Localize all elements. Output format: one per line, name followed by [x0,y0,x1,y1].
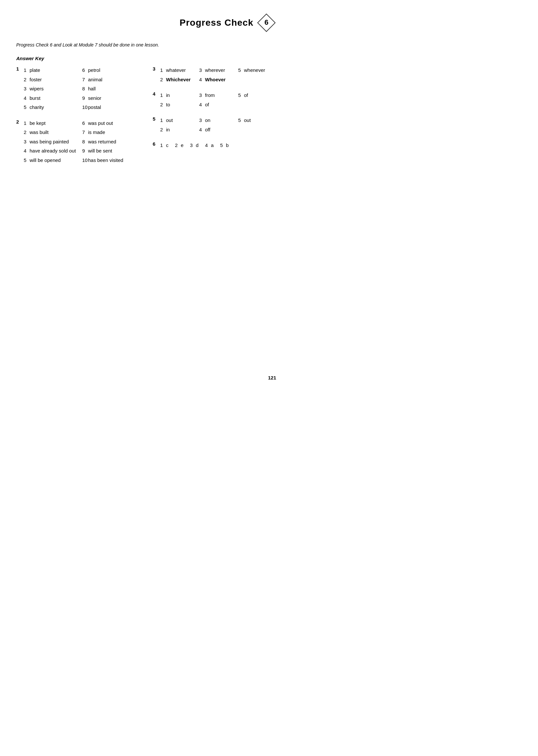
list-item: 8 hall [82,85,141,93]
item-num: 4 [205,141,211,150]
intro-text: Progress Check 6 and Look at Module 7 sh… [16,42,276,47]
list-item: 2 was built [24,128,82,137]
item-text: plate [29,66,40,75]
section-6-content: 1 c 2 e 3 d 4 a 5 b [160,141,229,151]
item-num: 5 [238,91,244,99]
item-num: 3 [199,116,205,125]
item-text: have already sold out [29,147,76,155]
item-num: 2 [160,126,166,134]
list-item: 5 charity [24,103,82,111]
item-text: a [211,141,213,150]
item-text: hall [88,85,95,93]
header: Progress Check 6 [16,13,276,32]
item-num: 4 [199,100,205,109]
section-5-col3: 5 out [238,116,264,135]
page-number: 121 [268,375,276,380]
list-item: 9 senior [82,94,141,102]
section-2-content: 1 be kept 2 was built 3 was being painte… [24,119,141,165]
item-num: 3 [199,66,205,75]
section-1-number: 1 [16,66,22,112]
section-3-col3: 5 whenever [238,66,265,85]
item-num: 7 [82,76,88,84]
list-item: 3 wherever [199,66,238,75]
list-item: 5 whenever [238,66,265,75]
answer-key-title: Answer Key [16,56,276,61]
section-4-content: 1 in 2 to 3 from 4 of [160,91,264,109]
list-item: 10 postal [82,103,141,111]
item-num: 8 [82,138,88,146]
page-title: Progress Check [180,18,253,28]
list-item: 4 off [199,126,238,134]
section-1: 1 1 plate 2 foster 3 wipers [16,66,153,112]
section-3: 3 1 whatever 2 Whichever 3 wherever [153,66,293,85]
item-text: on [205,116,210,125]
badge: 6 [257,13,276,32]
section-1-content: 1 plate 2 foster 3 wipers 4 burst [24,66,141,112]
item-text: will be opened [29,156,61,164]
list-item: 1 be kept [24,119,82,127]
item-num: 5 [238,66,244,75]
item-num: 6 [82,66,88,75]
item-num: 1 [160,141,166,150]
item-num: 3 [199,91,205,99]
item-num: 9 [82,94,88,102]
list-item: 4 of [199,100,238,109]
list-item: 2 to [160,100,199,109]
intro-content: Progress Check 6 and Look at Module 7 sh… [16,42,159,47]
item-text: of [244,91,248,99]
section-6-number: 6 [153,141,159,151]
svg-text:6: 6 [264,18,268,26]
item-num: 1 [24,119,29,127]
item-text: to [166,100,170,109]
list-item: 2 Whichever [160,76,199,84]
left-panel: 1 1 plate 2 foster 3 wipers [16,66,153,172]
item-text: out [166,116,173,125]
item-text: charity [29,103,44,111]
section-5-col1: 1 out 2 in [160,116,199,135]
item-num: 8 [82,85,88,93]
section-3-col2: 3 wherever 4 Whoever [199,66,238,85]
item-text: was put out [88,119,113,127]
section-4-col1: 1 in 2 to [160,91,199,109]
item-num: 1 [160,66,166,75]
item-text: senior [88,94,101,102]
list-item: 3 d [190,141,198,150]
main-layout: 1 1 plate 2 foster 3 wipers [16,66,276,172]
list-item: 4 a [205,141,213,150]
item-text: was returned [88,138,116,146]
item-text: d [196,141,198,150]
list-item: 9 will be sent [82,147,141,155]
list-item: 4 have already sold out [24,147,82,155]
list-item: 1 c [160,141,169,150]
item-text: was being painted [29,138,69,146]
item-num: 6 [82,119,88,127]
list-item: 10 has been visited [82,156,141,164]
list-item: 3 was being painted [24,138,82,146]
item-text: whatever [166,66,186,75]
item-num: 5 [24,156,29,164]
section-2-left-col: 1 be kept 2 was built 3 was being painte… [24,119,82,165]
item-text: has been visited [88,156,123,164]
item-text: is made [88,128,105,137]
list-item: 7 animal [82,76,141,84]
item-text: off [205,126,210,134]
list-item: 1 whatever [160,66,199,75]
item-text: was built [29,128,48,137]
section-5-col2: 3 on 4 off [199,116,238,135]
item-text: e [181,141,184,150]
item-num: 5 [238,116,244,125]
section-5-number: 5 [153,116,159,135]
section-3-content: 1 whatever 2 Whichever 3 wherever 4 [160,66,265,85]
list-item: 6 was put out [82,119,141,127]
item-num: 4 [24,94,29,102]
list-item: 6 petrol [82,66,141,75]
answer-key-label: Answer Key [16,56,44,61]
item-num: 1 [160,116,166,125]
item-text: wherever [205,66,225,75]
list-item: 5 will be opened [24,156,82,164]
section-1-right-col: 6 petrol 7 animal 8 hall 9 senior [82,66,141,112]
section-3-number: 3 [153,66,159,85]
item-text: Whichever [166,76,191,84]
section-5-content: 1 out 2 in 3 on 4 off [160,116,264,135]
item-text: wipers [29,85,43,93]
